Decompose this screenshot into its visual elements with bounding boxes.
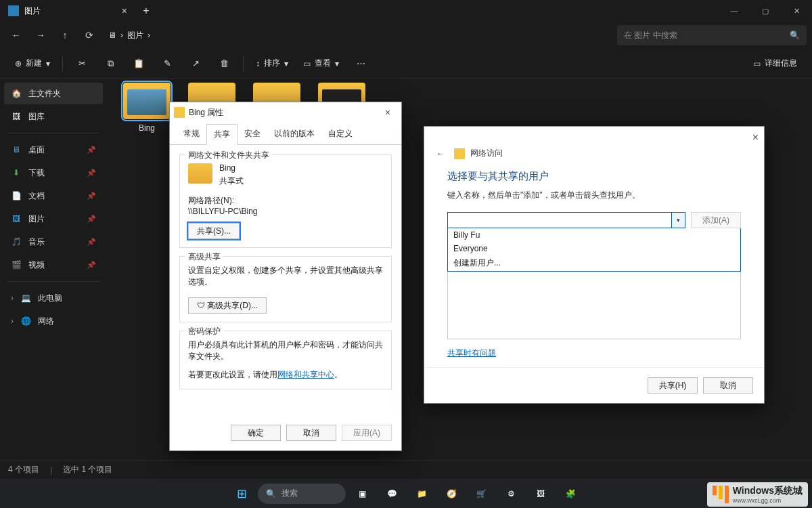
ok-button[interactable]: 确定 <box>231 425 281 441</box>
wizard-cancel-button[interactable]: 取消 <box>703 377 753 394</box>
taskbar-app[interactable]: 🧩 <box>557 480 584 507</box>
up-button[interactable]: ↑ <box>54 24 76 46</box>
logo-icon <box>713 486 729 503</box>
dialog-titlebar[interactable]: Bing 属性 × <box>170 102 401 123</box>
network-center-link[interactable]: 网络和共享中心 <box>277 370 334 379</box>
help-link[interactable]: 共享时有问题 <box>447 347 741 359</box>
forward-button[interactable]: → <box>30 24 51 46</box>
search-input[interactable]: 在 图片 中搜索 🔍 <box>617 25 807 45</box>
sidebar-gallery[interactable]: 🖼图库 <box>4 106 103 127</box>
close-dialog-button[interactable]: × <box>378 107 397 118</box>
cut-button[interactable]: ✂ <box>70 53 94 75</box>
sidebar-videos[interactable]: 🎬视频📌 <box>4 254 103 276</box>
user-list[interactable] <box>447 272 741 339</box>
wizard-subtitle: 键入名称，然后单击"添加"，或者单击箭头查找用户。 <box>424 187 764 211</box>
sidebar-music[interactable]: 🎵音乐📌 <box>4 231 103 253</box>
breadcrumb-item[interactable]: 图片 <box>127 30 143 41</box>
more-button[interactable]: ⋯ <box>348 53 373 75</box>
dropdown-button[interactable]: ▾ <box>672 212 685 228</box>
pin-icon: 📌 <box>87 192 96 200</box>
sidebar-home[interactable]: 🏠主文件夹 <box>4 83 103 104</box>
desktop-icon: 🖥 <box>11 145 22 154</box>
home-icon: 🏠 <box>11 89 22 98</box>
sort-button[interactable]: ↕排序▾ <box>250 53 294 75</box>
start-button[interactable]: ⊞ <box>228 480 255 507</box>
share-confirm-button[interactable]: 共享(H) <box>648 377 698 394</box>
add-button[interactable]: 添加(A) <box>691 212 741 228</box>
task-view-button[interactable]: ▣ <box>348 480 376 507</box>
taskbar-app[interactable]: 📁 <box>408 480 435 507</box>
folder-item[interactable]: Bing <box>118 83 176 133</box>
wizard-title: 选择要与其共享的用户 <box>424 159 764 187</box>
share-icon <box>454 148 465 159</box>
network-access-wizard: × ← 网络访问 选择要与其共享的用户 键入名称，然后单击"添加"，或者单击箭头… <box>424 126 765 404</box>
advanced-share-button[interactable]: 🛡 高级共享(D)... <box>188 297 267 314</box>
selection-count: 选中 1 个项目 <box>63 464 112 475</box>
back-button[interactable]: ← <box>436 149 445 158</box>
new-button[interactable]: ⊕新建▾ <box>9 53 55 75</box>
taskbar-app[interactable]: 🖼 <box>527 480 554 507</box>
toolbar: ⊕新建▾ ✂ ⧉ 📋 ✎ ↗ 🗑 ↕排序▾ ▭查看▾ ⋯ ▭详细信息 <box>0 49 812 79</box>
netpath-value: \\BILLYFU-PC\Bing <box>188 207 383 216</box>
sidebar-pictures[interactable]: 🖼图片📌 <box>4 208 103 230</box>
taskbar-app[interactable]: 💬 <box>378 480 405 507</box>
picture-icon: 🖼 <box>11 214 22 224</box>
close-tab-icon[interactable]: × <box>122 5 127 16</box>
paste-button[interactable]: 📋 <box>127 53 151 75</box>
tab-customize[interactable]: 自定义 <box>321 124 359 144</box>
window-tab[interactable]: 图片 × <box>0 0 135 22</box>
pin-icon: 📌 <box>87 169 96 177</box>
rename-button[interactable]: ✎ <box>155 53 179 75</box>
minimize-button[interactable]: — <box>719 0 750 22</box>
delete-button[interactable]: 🗑 <box>212 53 236 75</box>
maximize-button[interactable]: ▢ <box>750 0 781 22</box>
taskbar-app[interactable]: ⚙ <box>497 480 524 507</box>
user-option[interactable]: 创建新用户... <box>448 255 740 271</box>
share-button[interactable]: ↗ <box>183 53 208 75</box>
sidebar-network[interactable]: ›🌐网络 <box>4 310 103 332</box>
folder-icon <box>123 83 171 119</box>
password-line2: 若要更改此设置，请使用网络和共享中心。 <box>188 369 383 381</box>
cancel-button[interactable]: 取消 <box>286 425 336 441</box>
taskbar[interactable]: ⊞ 🔍搜索 ▣ 💬 📁 🧭 🛒 ⚙ 🖼 🧩 <box>0 479 812 508</box>
advanced-desc: 设置自定义权限，创建多个共享，并设置其他高级共享选项。 <box>188 265 383 288</box>
user-option[interactable]: Billy Fu <box>448 228 740 242</box>
taskbar-app[interactable]: 🧭 <box>438 480 465 507</box>
user-input[interactable] <box>447 212 672 228</box>
tab-general[interactable]: 常规 <box>177 124 206 144</box>
taskbar-search[interactable]: 🔍搜索 <box>258 484 346 504</box>
close-window-button[interactable]: ✕ <box>781 0 812 22</box>
music-icon: 🎵 <box>11 237 22 247</box>
view-button[interactable]: ▭查看▾ <box>298 53 344 75</box>
new-tab-button[interactable]: + <box>135 5 157 17</box>
details-pane-button[interactable]: ▭详细信息 <box>748 53 803 75</box>
network-icon: 🌐 <box>20 316 31 326</box>
advanced-sharing-group: 高级共享 设置自定义权限，创建多个共享，并设置其他高级共享选项。 🛡 高级共享(… <box>179 256 392 322</box>
sidebar-desktop[interactable]: 🖥桌面📌 <box>4 139 103 161</box>
pin-icon: 📌 <box>87 215 96 224</box>
video-icon: 🎬 <box>11 260 22 270</box>
user-option[interactable]: Everyone <box>448 242 740 255</box>
shield-icon: 🛡 <box>197 301 205 310</box>
pc-icon: 💻 <box>20 293 31 303</box>
tab-security[interactable]: 安全 <box>238 124 267 144</box>
address-bar: ← → ↑ ⟳ 🖥› 图片› 在 图片 中搜索 🔍 <box>0 22 812 49</box>
pin-icon: 📌 <box>87 261 96 270</box>
refresh-button[interactable]: ⟳ <box>78 24 100 46</box>
close-wizard-button[interactable]: × <box>752 131 759 144</box>
sidebar-thispc[interactable]: ›💻此电脑 <box>4 287 103 309</box>
back-button[interactable]: ← <box>5 24 27 46</box>
tab-previous-versions[interactable]: 以前的版本 <box>267 124 321 144</box>
share-button[interactable]: 共享(S)... <box>188 223 240 239</box>
breadcrumb[interactable]: 🖥› 图片› <box>103 30 156 41</box>
tab-sharing[interactable]: 共享 <box>206 124 238 145</box>
item-count: 4 个项目 <box>8 464 39 475</box>
taskbar-app[interactable]: 🛒 <box>468 480 495 507</box>
copy-button[interactable]: ⧉ <box>98 53 122 75</box>
gallery-icon: 🖼 <box>11 112 22 121</box>
sidebar-downloads[interactable]: ⬇下载📌 <box>4 162 103 184</box>
user-dropdown-list: Billy Fu Everyone 创建新用户... <box>447 228 741 272</box>
sidebar-documents[interactable]: 📄文档📌 <box>4 185 103 207</box>
apply-button[interactable]: 应用(A) <box>342 425 392 441</box>
watermark-title: Windows系统城 <box>733 485 803 497</box>
